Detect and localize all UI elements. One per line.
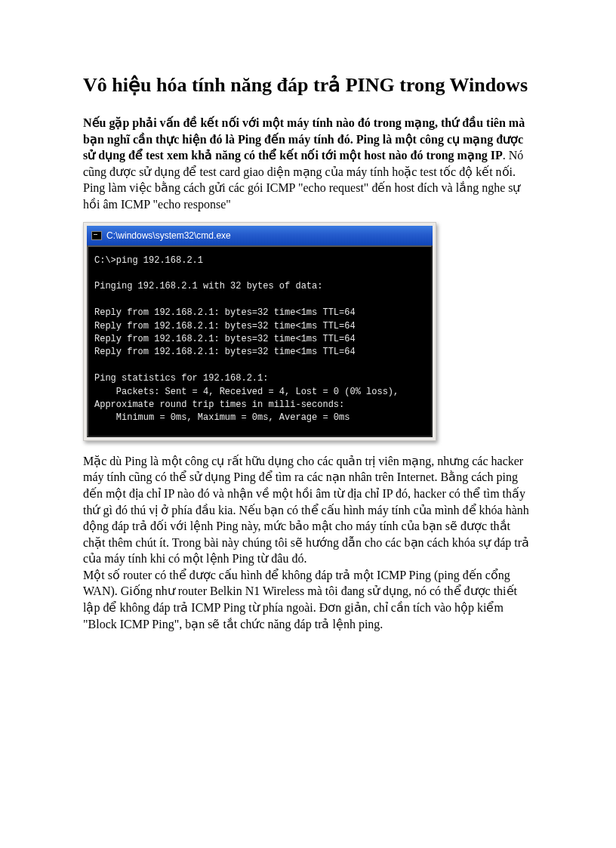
page-title: Vô hiệu hóa tính năng đáp trả PING trong… [83,72,533,98]
cmd-titlebar: C:\windows\system32\cmd.exe [87,226,433,245]
cmd-title-text: C:\windows\system32\cmd.exe [106,230,231,242]
cmd-screenshot: C:\windows\system32\cmd.exe C:\>ping 192… [83,222,436,441]
intro-bold-text: Nếu gặp phải vấn đề kết nối với một máy … [83,116,525,162]
intro-paragraph: Nếu gặp phải vấn đề kết nối với một máy … [83,115,533,213]
body-paragraph-2: Một số router có thể được cấu hình để kh… [83,567,533,632]
cmd-icon [91,231,102,240]
body-paragraph-1: Mặc dù Ping là một công cụ rất hữu dụng … [83,453,533,567]
cmd-output: C:\>ping 192.168.2.1 Pinging 192.168.2.1… [87,245,433,437]
